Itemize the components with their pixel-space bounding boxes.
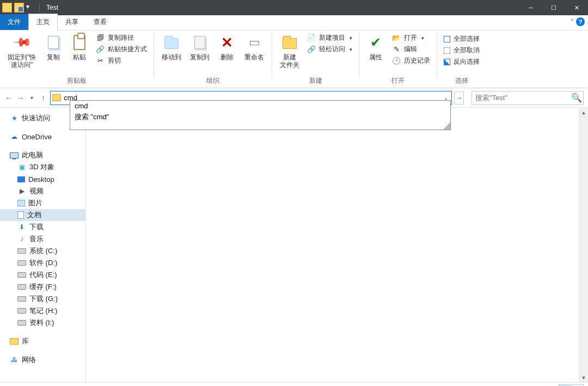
- file-list-area[interactable]: ▲ ▼: [86, 108, 588, 382]
- sidebar-item-drive-h[interactable]: 笔记 (H:): [0, 305, 85, 317]
- sidebar-item-libraries[interactable]: 库: [0, 335, 85, 347]
- rename-label: 重命名: [244, 53, 264, 61]
- select-none-label: 全部取消: [454, 46, 480, 55]
- tab-home[interactable]: 主页: [28, 14, 58, 30]
- tab-share[interactable]: 共享: [58, 14, 86, 30]
- paste-shortcut-icon: 🔗: [96, 45, 105, 54]
- maximize-button[interactable]: ☐: [542, 0, 565, 15]
- move-to-label: 移动到: [162, 53, 181, 61]
- copy-label: 复制: [47, 53, 60, 61]
- rename-button[interactable]: ▭重命名: [240, 32, 268, 61]
- history-label: 历史记录: [404, 56, 430, 65]
- download-icon: ⬇: [17, 223, 26, 231]
- recent-locations-button[interactable]: ▾: [27, 91, 36, 105]
- group-open-label: 打开: [363, 75, 433, 88]
- autocomplete-item[interactable]: 搜索 "cmd": [70, 111, 450, 123]
- sidebar-item-documents[interactable]: 文档: [0, 209, 85, 221]
- easy-access-button[interactable]: 🔗轻松访问▾: [304, 44, 356, 54]
- sidebar-item-pictures[interactable]: 图片: [0, 197, 85, 209]
- sidebar-item-network[interactable]: 🖧网络: [0, 354, 85, 366]
- tab-file[interactable]: 文件: [0, 14, 28, 30]
- paste-button[interactable]: 粘贴: [66, 32, 93, 61]
- sidebar-item-music[interactable]: ♪音乐: [0, 233, 85, 245]
- sidebar-item-drive-f[interactable]: 缓存 (F:): [0, 281, 85, 293]
- sidebar-item-this-pc[interactable]: 此电脑: [0, 149, 85, 161]
- forward-button[interactable]: →: [16, 91, 25, 105]
- delete-button[interactable]: ✕删除: [214, 32, 240, 61]
- network-icon: 🖧: [10, 356, 19, 364]
- properties-icon: ✔: [367, 34, 384, 51]
- drive-icon: [17, 272, 26, 278]
- music-icon: ♪: [17, 235, 26, 243]
- new-item-icon: 📄: [307, 34, 316, 42]
- help-icon[interactable]: ?: [576, 17, 585, 26]
- library-icon: [10, 338, 19, 345]
- copy-path-button[interactable]: 🗐复制路径: [93, 33, 150, 43]
- select-all-label: 全部选择: [454, 34, 480, 44]
- pin-icon: 📌: [9, 30, 34, 54]
- history-button[interactable]: 🕑历史记录: [389, 56, 433, 66]
- vertical-scrollbar[interactable]: ▲ ▼: [579, 108, 588, 382]
- group-organize: 移动到 复制到 ✕删除 ▭重命名 组织: [154, 30, 272, 88]
- qat-folder-dropdown-icon[interactable]: ▾: [26, 3, 36, 13]
- main-area: ★快速访问 ☁OneDrive 此电脑 ▣3D 对象 Desktop ▶视频 图…: [0, 108, 588, 382]
- qat-folder-selected-icon[interactable]: [14, 3, 24, 13]
- copy-button[interactable]: 复制: [40, 32, 66, 61]
- search-icon[interactable]: 🔍: [570, 93, 583, 103]
- qat-folder-icon[interactable]: [2, 3, 12, 13]
- sidebar-item-drive-d[interactable]: 软件 (D:): [0, 257, 85, 269]
- pin-label: 固定到"快 速访问": [8, 53, 36, 69]
- open-label: 打开: [404, 33, 417, 42]
- easy-access-label: 轻松访问: [319, 45, 345, 54]
- sidebar-item-3d-objects[interactable]: ▣3D 对象: [0, 161, 85, 173]
- scroll-up-button[interactable]: ▲: [579, 108, 588, 117]
- back-button[interactable]: ←: [4, 91, 14, 105]
- sidebar-item-drive-g[interactable]: 下载 (G:): [0, 293, 85, 305]
- minimize-button[interactable]: ─: [519, 0, 542, 15]
- paste-icon: [71, 34, 88, 51]
- new-item-button[interactable]: 📄新建项目▾: [304, 33, 356, 43]
- chevron-down-icon: ▾: [421, 35, 424, 41]
- star-icon: ★: [10, 114, 19, 122]
- new-folder-button[interactable]: 新建 文件夹: [275, 32, 304, 69]
- invert-selection-button[interactable]: 反向选择: [440, 57, 483, 67]
- sidebar-item-drive-e[interactable]: 代码 (E:): [0, 269, 85, 281]
- new-folder-icon: [281, 34, 298, 51]
- edit-button[interactable]: ✎编辑: [389, 44, 433, 54]
- close-button[interactable]: ✕: [565, 0, 588, 15]
- sidebar-item-videos[interactable]: ▶视频: [0, 185, 85, 197]
- search-input[interactable]: [472, 94, 570, 102]
- pin-to-quick-access-button[interactable]: 📌 固定到"快 速访问": [3, 32, 40, 69]
- sidebar-item-downloads[interactable]: ⬇下载: [0, 221, 85, 233]
- scroll-down-button[interactable]: ▼: [579, 373, 588, 382]
- move-to-button[interactable]: 移动到: [157, 32, 186, 61]
- open-button[interactable]: 📂打开▾: [389, 33, 433, 43]
- copy-to-button[interactable]: 复制到: [186, 32, 214, 61]
- properties-label: 属性: [369, 53, 382, 61]
- select-all-button[interactable]: 全部选择: [440, 34, 483, 44]
- ribbon-collapse-icon[interactable]: ˄: [571, 19, 574, 26]
- sidebar-item-onedrive[interactable]: ☁OneDrive: [0, 131, 85, 143]
- select-none-icon: [444, 47, 450, 54]
- drive-icon: [17, 248, 26, 254]
- edit-icon: ✎: [392, 45, 401, 54]
- address-folder-icon: [51, 94, 63, 101]
- new-item-label: 新建项目: [319, 33, 345, 42]
- group-select: 全部选择 全部取消 反向选择 选择: [437, 30, 486, 88]
- edit-label: 编辑: [404, 45, 417, 54]
- up-button[interactable]: ↑: [39, 91, 48, 105]
- tab-view[interactable]: 查看: [86, 14, 114, 30]
- sidebar-item-drive-c[interactable]: 系统 (C:): [0, 245, 85, 257]
- qat-separator: [39, 3, 40, 12]
- properties-button[interactable]: ✔属性: [363, 32, 389, 61]
- sidebar-item-desktop[interactable]: Desktop: [0, 173, 85, 185]
- sidebar-item-drive-i[interactable]: 资料 (I:): [0, 317, 85, 329]
- paste-shortcut-button[interactable]: 🔗粘贴快捷方式: [93, 44, 150, 54]
- go-button[interactable]: →: [454, 91, 464, 105]
- drive-icon: [17, 260, 26, 266]
- autocomplete-item[interactable]: cmd: [70, 101, 450, 111]
- select-none-button[interactable]: 全部取消: [440, 45, 483, 56]
- search-box[interactable]: 🔍: [471, 91, 584, 105]
- group-open: ✔属性 📂打开▾ ✎编辑 🕑历史记录 打开: [359, 30, 437, 88]
- cut-button[interactable]: ✂剪切: [93, 56, 150, 66]
